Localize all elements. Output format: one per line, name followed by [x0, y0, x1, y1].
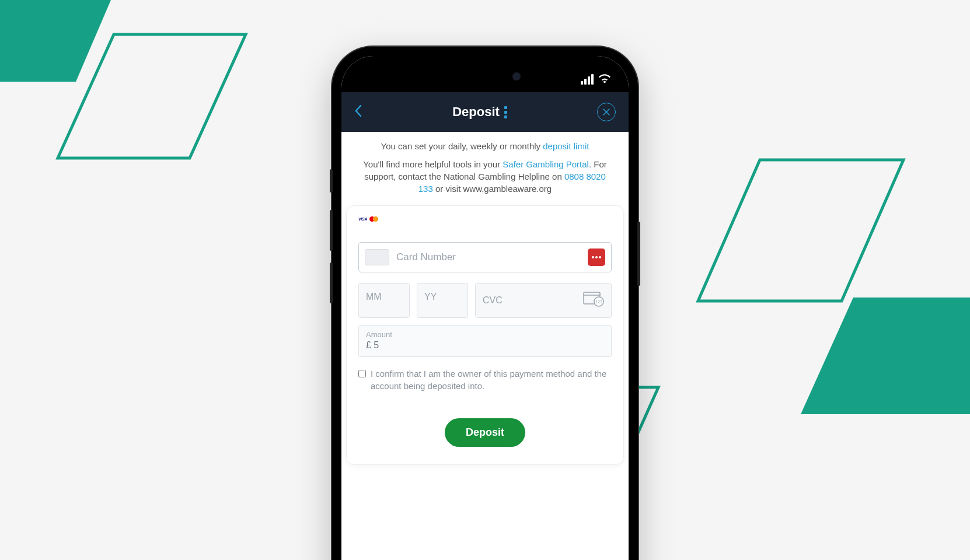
- deposit-limit-link[interactable]: deposit limit: [543, 141, 589, 151]
- back-button[interactable]: [354, 104, 362, 120]
- app-header: Deposit: [341, 92, 629, 132]
- info-text: or visit www.gambleaware.org: [433, 184, 552, 194]
- page-title-text: Deposit: [452, 104, 500, 120]
- expiry-year-input[interactable]: [424, 292, 460, 302]
- password-manager-icon[interactable]: [588, 249, 605, 266]
- cvc-help-icon: 123: [583, 292, 604, 309]
- svg-marker-2: [801, 298, 970, 414]
- cellular-signal-icon: [581, 74, 594, 85]
- card-number-input[interactable]: [396, 251, 581, 263]
- accepted-card-brands: VISA: [358, 216, 612, 222]
- expiry-cvc-row: 123: [358, 283, 612, 318]
- expiry-year-field[interactable]: [417, 283, 468, 318]
- mastercard-logo-icon: [369, 216, 378, 222]
- phone-mute-switch: [330, 169, 333, 192]
- cvc-input[interactable]: [483, 295, 583, 306]
- wifi-icon: [598, 73, 611, 86]
- info-block: You can set your daily, weekly or monthl…: [341, 132, 629, 205]
- svg-text:123: 123: [595, 300, 602, 304]
- deposit-button[interactable]: Deposit: [445, 418, 525, 447]
- info-text: You can set your daily, weekly or monthl…: [381, 141, 543, 151]
- phone-frame: Deposit You can set your daily, weekly o…: [332, 47, 638, 560]
- cvc-field[interactable]: 123: [475, 283, 612, 318]
- phone-power-button: [637, 222, 640, 286]
- amount-label: Amount: [366, 330, 604, 339]
- expiry-month-field[interactable]: [358, 283, 410, 318]
- close-button[interactable]: [597, 103, 616, 121]
- expiry-month-input[interactable]: [366, 292, 402, 302]
- info-text: You'll find more helpful tools in your: [363, 159, 503, 169]
- svg-marker-1: [58, 34, 246, 158]
- phone-screen: Deposit You can set your daily, weekly o…: [341, 56, 629, 560]
- front-camera: [512, 72, 521, 80]
- card-number-field[interactable]: [358, 242, 612, 272]
- payment-form-card: VISA: [346, 205, 624, 465]
- confirm-ownership-checkbox[interactable]: [358, 369, 366, 379]
- amount-value: £ 5: [366, 340, 604, 351]
- bg-parallelogram-outline-right: [696, 158, 906, 303]
- menu-dots-icon[interactable]: [504, 106, 507, 118]
- confirm-ownership-text: I confirm that I am the owner of this pa…: [371, 368, 612, 392]
- bg-parallelogram-solid-right: [801, 298, 970, 414]
- phone-volume-down: [330, 262, 333, 303]
- phone-volume-up: [330, 210, 333, 251]
- safer-gambling-portal-link[interactable]: Safer Gambling Portal: [503, 159, 589, 169]
- dynamic-island: [441, 65, 529, 88]
- content-area: You can set your daily, weekly or monthl…: [341, 132, 629, 560]
- bg-parallelogram-outline-top-left: [55, 32, 248, 160]
- confirm-ownership-row[interactable]: I confirm that I am the owner of this pa…: [358, 368, 612, 392]
- deposit-limit-info: You can set your daily, weekly or monthl…: [359, 140, 611, 152]
- safer-gambling-info: You'll find more helpful tools in your S…: [359, 158, 611, 195]
- visa-logo-icon: VISA: [358, 217, 367, 221]
- card-brand-placeholder-icon: [365, 249, 389, 265]
- page-title: Deposit: [452, 104, 507, 120]
- amount-field[interactable]: Amount £ 5: [358, 325, 612, 357]
- svg-marker-3: [698, 160, 903, 301]
